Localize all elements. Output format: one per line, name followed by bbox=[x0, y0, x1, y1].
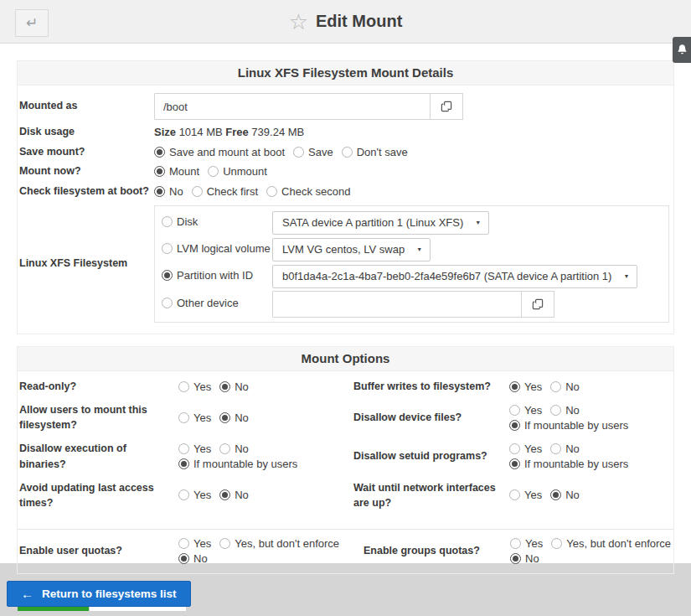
radio-option-yes-but-don-t-enforce[interactable]: Yes, but don't enforce bbox=[551, 537, 671, 550]
radio-option-yes[interactable]: Yes bbox=[509, 380, 542, 393]
radio-selected-icon[interactable] bbox=[178, 553, 189, 564]
mounted-as-input[interactable] bbox=[154, 93, 431, 120]
radio-option-no[interactable]: No bbox=[219, 380, 249, 393]
radio-option-don-t-save[interactable]: Don't save bbox=[342, 146, 408, 158]
radio-option-no[interactable]: No bbox=[510, 552, 539, 565]
copy-icon bbox=[532, 298, 544, 310]
radio-unselected-icon[interactable] bbox=[178, 443, 189, 454]
radio-option-if-mountable-by-users[interactable]: If mountable by users bbox=[509, 419, 628, 432]
radio-option-if-mountable-by-users[interactable]: If mountable by users bbox=[509, 458, 628, 470]
notifications-tab[interactable] bbox=[673, 37, 691, 63]
radio-selected-icon[interactable] bbox=[219, 381, 230, 392]
radio-option-yes-but-don-t-enforce[interactable]: Yes, but don't enforce bbox=[219, 537, 339, 550]
radio-selected-icon[interactable] bbox=[162, 270, 173, 281]
radio-selected-icon[interactable] bbox=[509, 420, 520, 431]
radio-selected-icon[interactable] bbox=[509, 458, 520, 469]
radio-selected-icon[interactable] bbox=[550, 489, 561, 500]
option-label-wait-until-network-interfaces-are-up: Wait until network interfaces are up? bbox=[353, 480, 507, 510]
other-device-input[interactable] bbox=[272, 291, 522, 318]
back-button[interactable]: ↵ bbox=[15, 9, 49, 37]
radio-selected-icon[interactable] bbox=[154, 166, 165, 177]
mount-now-label: Mount now? bbox=[19, 164, 154, 179]
option-radios-enable-user-quotas: YesYes, but don't enforceNo bbox=[178, 537, 361, 565]
fs-source-row-disk: DiskSATA device A partition 1 (Linux XFS… bbox=[162, 210, 662, 236]
header-bar: ↵ ☆ Edit Mount bbox=[0, 0, 691, 44]
radio-option-yes[interactable]: Yes bbox=[178, 489, 211, 501]
radio-option-yes[interactable]: Yes bbox=[510, 537, 543, 550]
radio-unselected-icon[interactable] bbox=[509, 405, 520, 416]
copy-device-button[interactable] bbox=[521, 291, 554, 318]
radio-unselected-icon[interactable] bbox=[510, 538, 521, 549]
radio-unselected-icon[interactable] bbox=[178, 489, 189, 500]
radio-option-no[interactable]: No bbox=[219, 489, 249, 501]
radio-option-label: No bbox=[235, 380, 249, 393]
radio-option-no[interactable]: No bbox=[550, 380, 580, 393]
radio-selected-icon[interactable] bbox=[510, 553, 521, 564]
radio-option-label: Yes bbox=[524, 489, 542, 501]
radio-option-check-second[interactable]: Check second bbox=[266, 185, 350, 198]
radio-option-no[interactable]: No bbox=[550, 404, 580, 417]
radio-unselected-icon[interactable] bbox=[550, 381, 561, 392]
radio-unselected-icon[interactable] bbox=[551, 538, 562, 549]
radio-option-no[interactable]: No bbox=[178, 552, 208, 565]
radio-option-yes[interactable]: Yes bbox=[509, 404, 542, 417]
radio-option-if-mountable-by-users[interactable]: If mountable by users bbox=[178, 458, 297, 470]
radio-unselected-icon[interactable] bbox=[178, 538, 189, 549]
radio-unselected-icon[interactable] bbox=[192, 186, 203, 197]
radio-option-yes[interactable]: Yes bbox=[178, 443, 211, 455]
return-to-filesystems-button[interactable]: ← Return to filesystems list bbox=[7, 581, 191, 607]
radio-selected-icon[interactable] bbox=[509, 381, 520, 392]
radio-option-check-first[interactable]: Check first bbox=[192, 185, 258, 198]
radio-unselected-icon[interactable] bbox=[550, 443, 561, 454]
radio-selected-icon[interactable] bbox=[154, 186, 165, 197]
radio-option-mount[interactable]: Mount bbox=[154, 165, 199, 178]
mounted-as-group bbox=[154, 93, 672, 120]
radio-unselected-icon[interactable] bbox=[178, 381, 189, 392]
radio-option-no[interactable]: No bbox=[219, 412, 249, 424]
copy-path-button[interactable] bbox=[430, 93, 463, 120]
radio-unselected-icon[interactable] bbox=[550, 405, 561, 416]
radio-selected-icon[interactable] bbox=[219, 489, 230, 500]
radio-unselected-icon[interactable] bbox=[162, 216, 173, 227]
radio-option-yes[interactable]: Yes bbox=[178, 412, 211, 424]
radio-unselected-icon[interactable] bbox=[509, 489, 520, 500]
left-arrow-icon: ← bbox=[21, 587, 34, 601]
radio-unselected-icon[interactable] bbox=[219, 443, 230, 454]
radio-option-save[interactable]: Save bbox=[293, 146, 333, 158]
radio-option-lvm-logical-volume[interactable]: LVM logical volume bbox=[162, 242, 271, 255]
radio-option-unmount[interactable]: Unmount bbox=[208, 165, 267, 178]
favorite-star-icon[interactable]: ☆ bbox=[289, 11, 308, 33]
radio-option-disk[interactable]: Disk bbox=[162, 215, 198, 228]
radio-unselected-icon[interactable] bbox=[219, 538, 230, 549]
radio-option-no[interactable]: No bbox=[550, 489, 580, 501]
radio-unselected-icon[interactable] bbox=[509, 443, 520, 454]
radio-option-yes[interactable]: Yes bbox=[509, 443, 542, 455]
radio-option-partition-with-id[interactable]: Partition with ID bbox=[162, 269, 253, 282]
partition-with-id-select[interactable]: b0f1da4a-2c1a-4ba7-beb0-2fa4e59fe6b7 (SA… bbox=[272, 265, 637, 288]
radio-option-no[interactable]: No bbox=[550, 443, 580, 455]
radio-selected-icon[interactable] bbox=[219, 412, 230, 423]
radio-unselected-icon[interactable] bbox=[162, 243, 173, 254]
disk-usage-label: Disk usage bbox=[19, 125, 154, 140]
radio-unselected-icon[interactable] bbox=[293, 147, 304, 158]
disk-select[interactable]: SATA device A partition 1 (Linux XFS)▼ bbox=[272, 211, 489, 235]
radio-selected-icon[interactable] bbox=[154, 147, 165, 158]
radio-option-yes[interactable]: Yes bbox=[509, 489, 542, 501]
radio-unselected-icon[interactable] bbox=[342, 147, 353, 158]
radio-option-other-device[interactable]: Other device bbox=[162, 297, 239, 309]
radio-unselected-icon[interactable] bbox=[266, 186, 277, 197]
lvm-logical-volume-select[interactable]: LVM VG centos, LV swap▼ bbox=[272, 238, 431, 261]
radio-option-label: Yes bbox=[524, 404, 542, 417]
radio-option-save-and-mount-at-boot[interactable]: Save and mount at boot bbox=[154, 146, 285, 158]
radio-option-yes[interactable]: Yes bbox=[178, 537, 211, 550]
radio-option-no[interactable]: No bbox=[219, 443, 249, 455]
disk-usage-row: Disk usage Size 1014 MB Free 739.24 MB bbox=[19, 122, 672, 142]
radio-option-label: No bbox=[235, 489, 249, 501]
radio-unselected-icon[interactable] bbox=[178, 412, 189, 423]
radio-option-yes[interactable]: Yes bbox=[178, 380, 211, 393]
radio-option-no[interactable]: No bbox=[154, 185, 183, 198]
radio-selected-icon[interactable] bbox=[178, 458, 189, 469]
radio-unselected-icon[interactable] bbox=[208, 166, 219, 177]
radio-option-label: LVM logical volume bbox=[177, 242, 271, 255]
radio-unselected-icon[interactable] bbox=[162, 298, 173, 308]
